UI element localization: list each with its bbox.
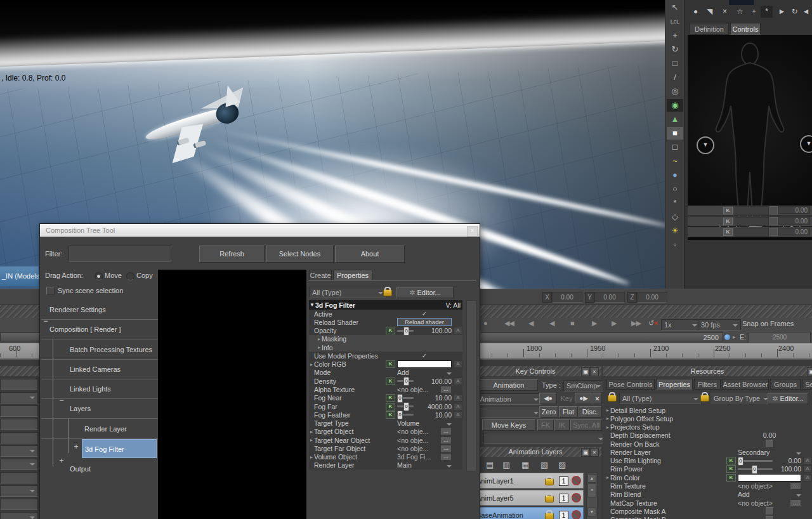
skeleton-icon[interactable]: * (667, 197, 683, 209)
collapse-arrow-icon[interactable]: ▼ (309, 302, 315, 308)
object-reference[interactable]: <no obje... (397, 445, 428, 452)
curve-dropdown[interactable] (469, 407, 542, 418)
bone-link-icon[interactable]: ● (690, 6, 702, 18)
target-type-dropdown[interactable]: Volume (397, 419, 452, 427)
fk-button[interactable]: FK (537, 419, 554, 431)
layer-mute-icon[interactable] (572, 476, 581, 485)
composition-canvas[interactable] (158, 270, 306, 519)
property-row[interactable]: ▸Rim ColorKA (605, 473, 812, 482)
cube-tool-icon[interactable]: ■ (667, 127, 683, 140)
property-row[interactable]: ▸Volume ObjectK3d Fog Fi......A (309, 453, 462, 461)
layer-weight-field[interactable]: 1 (559, 494, 568, 503)
layer-mute-icon[interactable] (572, 493, 581, 503)
object-reference[interactable]: <no object> (738, 499, 773, 507)
transform-gizmo-icon[interactable]: ◎ (667, 85, 683, 98)
pen-tool-icon[interactable]: / (667, 71, 683, 84)
property-row[interactable]: Rim BlendKAddA (605, 490, 812, 499)
property-row[interactable]: ▸Color RGBKA (309, 360, 462, 369)
property-row[interactable]: Render On BackKA (605, 440, 812, 448)
left-panel-dropdown[interactable] (0, 445, 38, 457)
character-move-icon[interactable]: ► (776, 6, 788, 18)
flat-button[interactable]: Flat (559, 406, 578, 417)
property-row[interactable]: ▸Detail Blend Setup (605, 406, 812, 414)
editor-button[interactable]: ✲ Editor... (768, 393, 808, 404)
layer-dropdown[interactable]: seAnimation (469, 393, 542, 405)
slider[interactable]: 00.00 (738, 457, 801, 464)
radio-move[interactable] (95, 272, 103, 280)
property-row[interactable]: Reload ShaderKReload shaderA (309, 318, 462, 326)
y-value-field[interactable]: 0.00 (594, 292, 625, 303)
previous-key-button[interactable]: ◀● (539, 393, 557, 404)
property-row[interactable]: Target Far ObjectK<no obje......A (309, 444, 462, 452)
skeleton-b-icon[interactable]: + (748, 6, 760, 18)
value-field[interactable]: 0.00 (778, 206, 810, 214)
expand-arrow-icon[interactable]: ▸ (317, 345, 322, 350)
scroll-down-icon[interactable]: ▼ (587, 508, 596, 516)
browse-button[interactable]: ... (440, 428, 452, 435)
property-row[interactable]: ModeKAddA (309, 369, 462, 377)
scroll-handle[interactable]: ≡ (587, 483, 596, 497)
move-keys-button[interactable]: Move Keys (482, 419, 535, 431)
tab-asset-browser[interactable]: Asset Browser (722, 379, 769, 390)
property-row[interactable]: Use Rim LightingK00.00A (605, 457, 812, 465)
property-row[interactable]: Target TypeKVolumeA (309, 419, 462, 427)
optical-icon[interactable]: ◇ (667, 211, 683, 223)
playback-speed-dropdown[interactable]: 1x (661, 319, 700, 331)
tab-controls[interactable]: Controls (730, 23, 761, 35)
object-reference[interactable]: <no obje... (397, 428, 428, 435)
slider[interactable]: 010.00 (397, 394, 452, 402)
z-value-field[interactable]: 0.00 (637, 292, 667, 303)
next-key-button[interactable]: ▶ (612, 319, 616, 327)
value-field[interactable]: 0.00 (778, 217, 810, 225)
delete-key-button[interactable]: × (593, 393, 602, 404)
object-reference[interactable]: <no obje... (397, 386, 428, 393)
sync-all-dropdown[interactable]: Sync. All (570, 419, 602, 431)
play-button[interactable]: ▶ (592, 319, 596, 327)
refresh-button[interactable]: Refresh (199, 246, 265, 263)
visibility-flag[interactable]: V: All (445, 301, 462, 309)
key-button[interactable]: K (723, 207, 733, 214)
expand-arrow-icon[interactable]: ▸ (605, 416, 610, 421)
zero-button[interactable]: Zero (539, 406, 558, 417)
property-row[interactable]: ▸Projectors Setup (605, 423, 812, 431)
slider[interactable]: 010.00 (397, 411, 452, 419)
rotate-left-hand-button[interactable]: ▼ (697, 136, 714, 154)
light-icon[interactable]: ☀ (667, 225, 683, 237)
stop-button[interactable]: ■ (570, 319, 574, 327)
property-row[interactable]: Render LayerKSecondaryA (605, 448, 812, 456)
close-icon[interactable]: × (590, 448, 599, 457)
property-field[interactable] (735, 206, 769, 215)
filter-lock-icon[interactable] (608, 395, 617, 402)
skeleton-a-icon[interactable]: ☆ (734, 6, 746, 18)
expand-arrow-icon[interactable]: ▸ (309, 454, 314, 460)
checkmark-icon[interactable]: ✓ (422, 352, 427, 359)
property-field[interactable] (735, 217, 769, 226)
discontinuity-button[interactable]: Disc. (579, 406, 601, 417)
property-row[interactable]: Fog NearK010.00A (309, 394, 462, 402)
expand-arrow-icon[interactable]: ▸ (309, 362, 314, 367)
step-back-button[interactable]: ◀ (549, 319, 554, 327)
slider[interactable]: 0100.00 (738, 465, 801, 473)
next-key-button[interactable]: ●▶ (575, 393, 593, 404)
group-by-dropdown[interactable]: Group By Type (710, 393, 771, 404)
marquee-icon[interactable]: ▫ (667, 239, 683, 251)
actor-icon[interactable]: × (719, 6, 731, 18)
cone-icon[interactable]: ▲ (667, 113, 683, 126)
property-row[interactable]: Composite Mask BKA (605, 515, 812, 519)
checkbox[interactable] (766, 440, 774, 448)
property-row[interactable]: Depth DisplacementK0.00A (605, 431, 812, 440)
character-scale-icon[interactable]: + (809, 6, 812, 18)
slider[interactable]: 0100.00 (397, 378, 452, 385)
render-layer-dropdown[interactable]: Secondary (738, 449, 801, 456)
go-to-end-button[interactable]: ▶▶ (631, 319, 641, 327)
property-row[interactable]: Fog FeatherK010.00A (309, 411, 462, 419)
property-row[interactable]: Rim TextureK<no object>...A (605, 482, 812, 490)
tab-definition[interactable]: Definition (690, 23, 729, 35)
rotate-tool-icon[interactable]: ↻ (667, 43, 683, 56)
expand-arrow-icon[interactable]: ▸ (317, 336, 322, 342)
about-button[interactable]: About (335, 246, 405, 263)
left-panel-row[interactable] (0, 499, 38, 510)
left-panel-row[interactable] (0, 419, 38, 430)
property-field[interactable] (735, 228, 769, 237)
browse-button[interactable]: ... (440, 386, 452, 393)
